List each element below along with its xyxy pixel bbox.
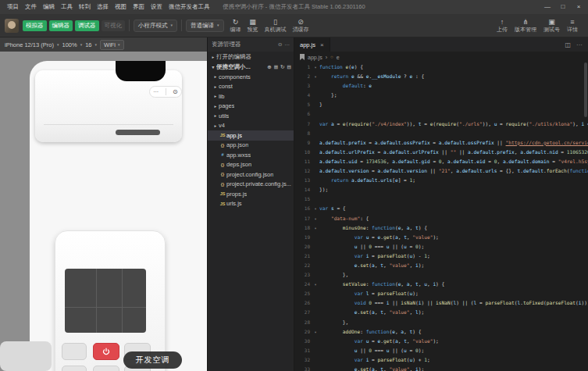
network-select[interactable]: WiFi ▾ bbox=[100, 40, 124, 50]
simulator-toolbar: iPhone 12/13 (Pro) ▾ 100% ▾ 16 ▾ WiFi ▾ bbox=[0, 37, 207, 52]
code-text: return e && e.__esModule ? e : { bbox=[319, 72, 588, 81]
breadcrumb-file[interactable]: app.js bbox=[308, 55, 323, 60]
toolbar-action-details[interactable]: ≡详情 bbox=[565, 19, 580, 33]
file-name: project.private.config.js... bbox=[226, 180, 291, 187]
tree-item-app.js[interactable]: JSapp.js bbox=[208, 130, 294, 141]
code-line: 1▾function e(e) { bbox=[294, 62, 588, 72]
menu-item[interactable]: 设置 bbox=[148, 0, 166, 14]
menu-item[interactable]: 文件 bbox=[22, 0, 40, 14]
fold-icon[interactable]: ▾ bbox=[312, 223, 319, 233]
fold-icon[interactable]: ▾ bbox=[312, 327, 319, 337]
gutter-spacer bbox=[312, 194, 319, 204]
target-icon[interactable]: ⊙ bbox=[278, 41, 282, 48]
tree-item-app.wxss[interactable]: #app.wxss bbox=[208, 150, 294, 160]
capsule-exit-icon[interactable]: ⊙ bbox=[173, 89, 178, 95]
toolbar-action-compile[interactable]: ↻编译 bbox=[228, 19, 244, 33]
more-icon[interactable]: ··· bbox=[576, 41, 583, 48]
code-text: } bbox=[319, 100, 588, 109]
tree-item-v4[interactable]: ▸v4 bbox=[208, 121, 294, 131]
chevron-right-icon: ▸ bbox=[212, 84, 219, 89]
remote-button-3[interactable] bbox=[62, 366, 87, 371]
panel-toggle-2[interactable]: 调试器 bbox=[75, 20, 99, 31]
menu-item[interactable]: 微信开发者工具 bbox=[166, 0, 213, 14]
breadcrumb-symbol[interactable]: e bbox=[337, 55, 340, 60]
dev-version-badge[interactable]: 开发空调 bbox=[123, 351, 182, 369]
fold-icon[interactable]: ▾ bbox=[312, 204, 319, 213]
close-icon[interactable]: × bbox=[320, 41, 324, 48]
panel-toggle-1[interactable]: 编辑器 bbox=[49, 20, 73, 31]
compile-icon: ↻ bbox=[233, 19, 239, 26]
remote-button-4[interactable] bbox=[93, 366, 119, 371]
chevron-right-icon: ▸ bbox=[212, 104, 219, 109]
fontsize-select[interactable]: 16 bbox=[85, 41, 91, 48]
tree-item-project.private.config.js...[interactable]: {}project.private.config.js... bbox=[208, 180, 294, 190]
code-line: 8 bbox=[294, 129, 588, 138]
menu-item[interactable]: 工具 bbox=[58, 0, 76, 14]
code-area[interactable]: 1▾function e(e) {2▾ return e && e.__esMo… bbox=[294, 62, 588, 371]
toolbar-action-version[interactable]: ⋔版本管理 bbox=[512, 19, 539, 33]
tree-item-deps.json[interactable]: {}deps.json bbox=[208, 160, 294, 170]
new-file-icon[interactable]: ⊕ bbox=[267, 64, 271, 70]
code-line: 21 var i = parseFloat(u) - 1; bbox=[294, 251, 588, 261]
display-grid-line bbox=[122, 269, 123, 333]
fold-icon[interactable]: ▾ bbox=[312, 62, 319, 72]
project-root[interactable]: ▾ 便携空调小... ⊕ ⊞ ↻ ⊟ bbox=[208, 62, 294, 72]
fold-icon[interactable]: ▾ bbox=[312, 72, 319, 81]
chevron-down-icon: ▾ bbox=[80, 43, 83, 47]
code-editor: app.js × ◫ ··· app.js › ○ e 1▾function e… bbox=[294, 37, 588, 371]
user-avatar[interactable] bbox=[5, 19, 19, 33]
tree-item-const[interactable]: ▸const bbox=[208, 82, 294, 92]
gutter-spacer bbox=[312, 251, 319, 261]
scrollbar-thumb[interactable] bbox=[584, 62, 587, 117]
power-button[interactable] bbox=[93, 343, 119, 360]
fold-icon[interactable]: ▾ bbox=[312, 214, 319, 223]
minimize-button[interactable]: — bbox=[540, 0, 555, 14]
toolbar-action-test[interactable]: ▣测试号 bbox=[541, 19, 562, 33]
open-editors-section[interactable]: ▸ 打开的编辑器 bbox=[208, 52, 294, 62]
menu-item[interactable]: 编辑 bbox=[40, 0, 58, 14]
more-icon[interactable]: ··· bbox=[285, 42, 290, 48]
code-line: 2▾ return e && e.__esModule ? e : { bbox=[294, 72, 588, 81]
compile-mode-dropdown[interactable]: 普通编译 ▾ bbox=[186, 20, 224, 32]
code-text: "data-num": { bbox=[319, 214, 588, 223]
new-folder-icon[interactable]: ⊞ bbox=[274, 64, 278, 70]
tree-item-app.json[interactable]: {}app.json bbox=[208, 141, 294, 151]
code-line: 14}); bbox=[294, 185, 588, 194]
line-number: 26 bbox=[294, 298, 312, 308]
menu-item[interactable]: 视图 bbox=[112, 0, 130, 14]
close-button[interactable]: × bbox=[571, 0, 586, 14]
toolbar-action-upload[interactable]: ↑上传 bbox=[494, 19, 510, 33]
line-number: 16 bbox=[294, 204, 312, 213]
menu-item[interactable]: 选择 bbox=[94, 0, 112, 14]
tree-item-utils[interactable]: ▸utils bbox=[208, 111, 294, 121]
toolbar-action-device_debug[interactable]: ▯真机调试 bbox=[262, 19, 289, 33]
panel-toggle-3[interactable]: 可视化 bbox=[102, 20, 126, 31]
tree-item-lib[interactable]: ▸lib bbox=[208, 91, 294, 102]
capsule-more-icon[interactable]: ··· bbox=[153, 89, 159, 95]
tab-app-js[interactable]: app.js × bbox=[294, 37, 330, 52]
refresh-icon[interactable]: ↻ bbox=[280, 64, 284, 70]
menu-item[interactable]: 项目 bbox=[4, 0, 22, 14]
tree-item-project.config.json[interactable]: {}project.config.json bbox=[208, 169, 294, 180]
maximize-button[interactable]: □ bbox=[555, 0, 571, 14]
remote-button-1[interactable] bbox=[62, 343, 87, 360]
toolbar-action-preview[interactable]: ▦预览 bbox=[245, 19, 261, 33]
tree-item-props.js[interactable]: JSprops.js bbox=[208, 189, 294, 199]
zoom-select[interactable]: 100% bbox=[62, 41, 77, 48]
menu-item[interactable]: 界面 bbox=[130, 0, 148, 14]
device-select[interactable]: iPhone 12/13 (Pro) bbox=[5, 41, 54, 48]
tree-item-components[interactable]: ▸components bbox=[208, 72, 294, 82]
menu-item[interactable]: 转到 bbox=[76, 0, 94, 14]
mode-dropdown[interactable]: 小程序模式 ▾ bbox=[134, 20, 177, 32]
fold-icon[interactable]: ▾ bbox=[312, 280, 319, 289]
editor-scrollbar[interactable] bbox=[583, 62, 588, 371]
tree-item-pages[interactable]: ▸pages bbox=[208, 102, 294, 112]
toolbar-action-clear_cache[interactable]: ⊘清缓存 bbox=[290, 19, 312, 33]
display-grid-line bbox=[65, 307, 146, 308]
collapse-icon[interactable]: ⊟ bbox=[287, 64, 291, 70]
panel-toggle-0[interactable]: 模拟器 bbox=[23, 20, 47, 31]
split-editor-icon[interactable]: ◫ bbox=[565, 41, 571, 48]
line-number: 14 bbox=[294, 185, 312, 194]
toolbar-action-label: 预览 bbox=[248, 27, 258, 33]
tree-item-urls.js[interactable]: JSurls.js bbox=[208, 199, 294, 209]
